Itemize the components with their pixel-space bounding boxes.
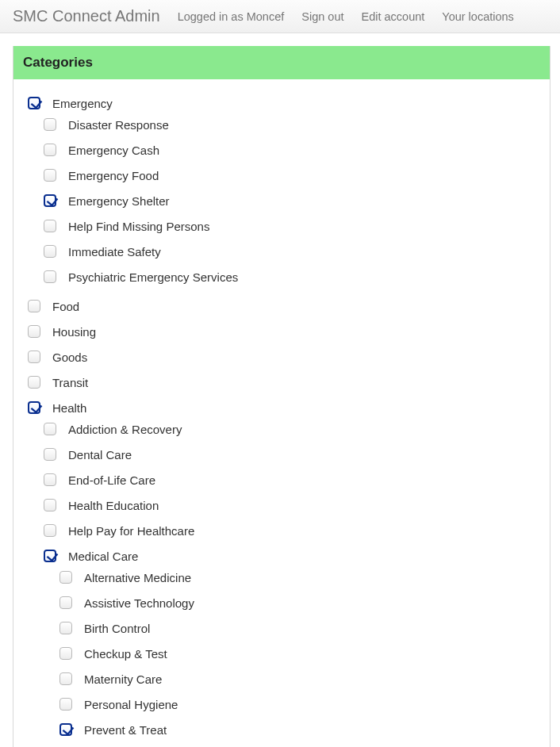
navbar: SMC Connect Admin Logged in as Moncef Si… [0, 0, 560, 33]
category-label: Housing [52, 325, 96, 339]
category-label: Psychiatric Emergency Services [68, 270, 238, 284]
category-node-emergency-shelter: Emergency Shelter [40, 188, 545, 213]
category-row: Disaster Response [40, 116, 545, 133]
category-checkbox-emergency[interactable] [28, 97, 40, 109]
category-checkbox-help-find-missing-persons[interactable] [44, 220, 56, 232]
category-row: Food [25, 297, 545, 315]
nav-sign-out[interactable]: Sign out [301, 10, 343, 23]
category-checkbox-goods[interactable] [28, 351, 40, 363]
category-tree: EmergencyDisaster ResponseEmergency Cash… [13, 79, 550, 747]
category-node-medical-care: Medical CareAlternative MedicineAssistiv… [40, 543, 545, 746]
category-label: Birth Control [84, 622, 150, 635]
category-checkbox-medical-care[interactable] [44, 550, 56, 562]
category-row: Medical Care [40, 547, 545, 565]
category-node-birth-control: Birth Control [56, 615, 545, 641]
category-row: Health [25, 399, 545, 416]
category-checkbox-psychiatric-emergency-services[interactable] [44, 270, 56, 283]
category-checkbox-birth-control[interactable] [59, 622, 72, 634]
category-label: Goods [52, 351, 87, 364]
category-node-alternative-medicine: Alternative Medicine [56, 565, 545, 590]
category-row: Transit [25, 374, 545, 391]
category-checkbox-dental-care[interactable] [44, 448, 56, 461]
nav-logged-in[interactable]: Logged in as Moncef [178, 10, 285, 23]
nav-your-locations[interactable]: Your locations [442, 10, 514, 23]
category-node-maternity-care: Maternity Care [56, 666, 545, 691]
category-row: Addiction & Recovery [40, 420, 545, 438]
category-checkbox-emergency-shelter[interactable] [44, 194, 56, 207]
category-node-health-education: Health Education [40, 492, 545, 518]
category-checkbox-food[interactable] [28, 300, 40, 312]
category-node-dental-care: Dental Care [40, 442, 545, 467]
category-checkbox-addiction-recovery[interactable] [44, 423, 56, 435]
category-row: Help Pay for Healthcare [40, 522, 545, 539]
category-checkbox-alternative-medicine[interactable] [59, 571, 72, 584]
category-node-end-of-life-care: End-of-Life Care [40, 467, 545, 492]
category-label: Emergency [52, 97, 113, 110]
category-label: Transit [52, 376, 88, 389]
panel-title: Categories [13, 46, 550, 79]
category-label: Emergency Shelter [68, 194, 170, 208]
nav-edit-account[interactable]: Edit account [361, 10, 424, 23]
category-node-housing: Housing [25, 319, 545, 344]
category-checkbox-prevent-treat[interactable] [59, 723, 72, 736]
category-row: Emergency [25, 94, 545, 112]
category-label: End-of-Life Care [68, 473, 155, 487]
category-checkbox-transit[interactable] [28, 376, 40, 389]
category-label: Emergency Cash [68, 144, 159, 157]
category-checkbox-health-education[interactable] [44, 499, 56, 511]
category-row: End-of-Life Care [40, 471, 545, 488]
category-label: Disaster Response [68, 118, 169, 132]
category-label: Help Find Missing Persons [68, 220, 209, 233]
category-node-addiction-recovery: Addiction & Recovery [40, 416, 545, 442]
category-checkbox-emergency-food[interactable] [44, 169, 56, 182]
category-label: Immediate Safety [68, 245, 161, 259]
category-label: Alternative Medicine [84, 571, 191, 584]
category-label: Dental Care [68, 448, 132, 462]
category-row: Health Education [40, 496, 545, 514]
category-row: Maternity Care [56, 670, 545, 688]
category-node-emergency-food: Emergency Food [40, 163, 545, 188]
category-checkbox-emergency-cash[interactable] [44, 144, 56, 156]
category-row: Alternative Medicine [56, 569, 545, 586]
category-checkbox-immediate-safety[interactable] [44, 245, 56, 258]
category-label: Assistive Technology [84, 596, 194, 610]
category-checkbox-checkup-test[interactable] [59, 647, 72, 660]
category-label: Checkup & Test [84, 647, 167, 661]
category-checkbox-help-pay-for-healthcare[interactable] [44, 524, 56, 537]
category-node-prevent-treat: Prevent & Treat [56, 717, 545, 742]
category-row: Birth Control [56, 619, 545, 637]
category-row: Prevent & Treat [56, 721, 545, 738]
category-row: Goods [25, 348, 545, 366]
category-node-psychiatric-emergency-services: Psychiatric Emergency Services [40, 264, 545, 289]
category-node-immediate-safety: Immediate Safety [40, 239, 545, 264]
category-children: Addiction & RecoveryDental CareEnd-of-Li… [25, 416, 545, 746]
category-node-goods: Goods [25, 344, 545, 370]
category-row: Emergency Cash [40, 141, 545, 159]
category-label: Emergency Food [68, 169, 159, 182]
category-row: Housing [25, 323, 545, 340]
category-row: Checkup & Test [56, 645, 545, 662]
category-node-emergency: EmergencyDisaster ResponseEmergency Cash… [25, 90, 545, 293]
category-label: Food [52, 300, 79, 313]
category-checkbox-end-of-life-care[interactable] [44, 473, 56, 486]
category-label: Addiction & Recovery [68, 423, 182, 436]
category-row: Help Find Missing Persons [40, 217, 545, 235]
brand-link[interactable]: SMC Connect Admin [13, 7, 160, 25]
category-row: Emergency Shelter [40, 192, 545, 209]
category-node-food: Food [25, 293, 545, 319]
category-row: Psychiatric Emergency Services [40, 268, 545, 285]
category-checkbox-assistive-technology[interactable] [59, 596, 72, 609]
category-checkbox-disaster-response[interactable] [44, 118, 56, 131]
category-label: Medical Care [68, 550, 138, 563]
category-checkbox-housing[interactable] [28, 325, 40, 338]
category-children: Disaster ResponseEmergency CashEmergency… [25, 112, 545, 289]
category-checkbox-personal-hygiene[interactable] [59, 698, 72, 711]
category-children: Alternative MedicineAssistive Technology… [40, 565, 545, 742]
category-node-transit: Transit [25, 370, 545, 395]
category-row: Dental Care [40, 446, 545, 463]
category-node-emergency-cash: Emergency Cash [40, 137, 545, 163]
category-node-personal-hygiene: Personal Hygiene [56, 691, 545, 717]
category-checkbox-maternity-care[interactable] [59, 672, 72, 685]
category-checkbox-health[interactable] [28, 401, 40, 414]
category-node-help-pay-for-healthcare: Help Pay for Healthcare [40, 518, 545, 543]
